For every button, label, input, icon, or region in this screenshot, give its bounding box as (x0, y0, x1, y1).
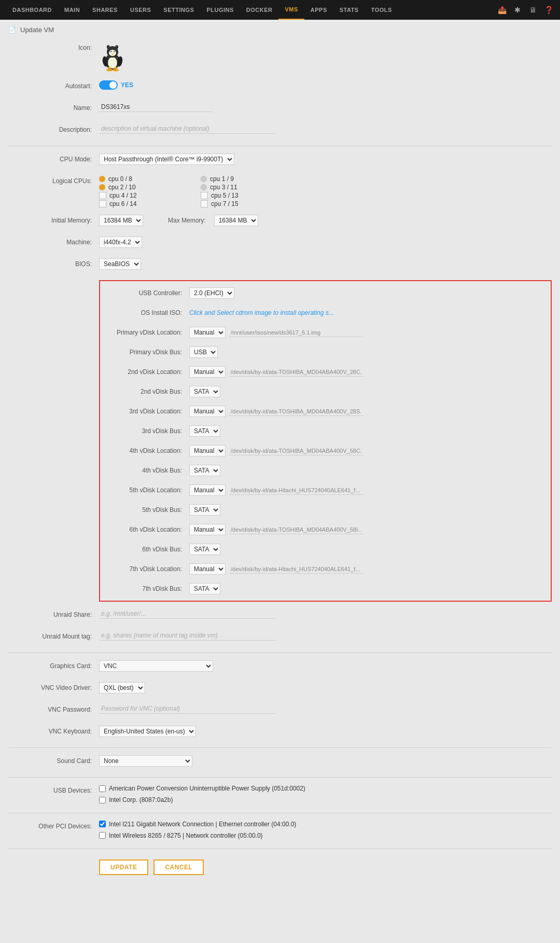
linux-tux-icon[interactable] (99, 42, 126, 73)
vdisk3-location-label: 3rd vDisk Location: (106, 408, 189, 415)
vdisk4-bus-select[interactable]: SATA (189, 465, 220, 476)
vdisk3-bus-select[interactable]: SATA (189, 425, 220, 437)
icon-label: Icon: (8, 42, 99, 51)
usb-controller-select[interactable]: 2.0 (EHCI) (189, 287, 234, 299)
unraid-share-input[interactable] (99, 609, 275, 619)
usb-device-0-checkbox[interactable] (99, 785, 106, 792)
svg-point-3 (109, 50, 116, 56)
vdisk5-path-input[interactable] (229, 486, 363, 495)
page-content: 📄 Update VM Icon: (0, 20, 560, 943)
autostart-toggle[interactable] (99, 80, 118, 90)
usb-devices-value: American Power Conversion Uninterruptibl… (99, 785, 552, 806)
vdisk7-bus-select[interactable]: SATA (189, 583, 220, 594)
vnc-password-row: VNC Password: (8, 704, 552, 718)
bios-select[interactable]: SeaBIOS (99, 258, 141, 270)
pci-device-1-checkbox[interactable] (99, 832, 106, 839)
description-input[interactable] (99, 124, 275, 134)
vdisk5-bus-select[interactable]: SATA (189, 504, 220, 516)
terminal-icon[interactable]: ✱ (512, 6, 523, 14)
monitor-icon[interactable]: 🖥 (528, 6, 538, 14)
vdisk2-path-input[interactable] (229, 368, 363, 377)
nav-users[interactable]: USERS (124, 0, 157, 20)
vdisk7-path-input[interactable] (229, 565, 363, 574)
cpu-label-0: cpu 0 / 8 (108, 175, 132, 183)
vdisk2-location-select[interactable]: Manual (189, 366, 226, 378)
cpu-dot-2[interactable] (99, 184, 105, 190)
usb-devices-row: USB Devices: American Power Conversion U… (8, 785, 552, 806)
nav-docker[interactable]: DOCKER (240, 0, 279, 20)
share-icon[interactable]: 📤 (497, 6, 507, 14)
cancel-button[interactable]: CANCEL (153, 859, 204, 875)
primary-vdisk-location-select[interactable]: Manual (189, 327, 226, 338)
cpu-dot-3[interactable] (201, 184, 207, 190)
unraid-mount-tag-input[interactable] (99, 631, 275, 641)
vdisk6-location-label: 6th vDisk Location: (106, 526, 189, 533)
nav-shares[interactable]: SHARES (86, 0, 124, 20)
nav-dashboard[interactable]: DASHBOARD (6, 0, 58, 20)
red-border-section: USB Controller: 2.0 (EHCI) OS Install IS… (99, 280, 552, 602)
vnc-keyboard-label: VNC Keyboard: (8, 726, 99, 735)
update-button[interactable]: UPDATE (99, 859, 148, 875)
vnc-video-driver-select[interactable]: QXL (best) (99, 682, 145, 694)
cpu-mode-select[interactable]: Host Passthrough (Intel® Core™ i9-9900T) (99, 154, 234, 165)
cpu-dot-1[interactable] (201, 176, 207, 182)
nav-apps[interactable]: APPS (304, 0, 333, 20)
nav-tools[interactable]: TOOLS (365, 0, 398, 20)
pci-device-1: Intel Wireless 8265 / 8275 | Network con… (99, 832, 263, 839)
vdisk3-path-input[interactable] (229, 407, 363, 416)
pci-device-0-checkbox[interactable] (99, 821, 106, 827)
nav-main[interactable]: MAIN (58, 0, 86, 20)
svg-point-9 (114, 51, 114, 52)
machine-select[interactable]: i440fx-4.2 (99, 237, 142, 248)
primary-vdisk-bus-select[interactable]: USB (189, 346, 218, 358)
cpu-dot-0[interactable] (99, 176, 105, 182)
help-icon[interactable]: ❓ (543, 6, 554, 14)
vnc-password-label: VNC Password: (8, 704, 99, 713)
vdisk6-location-select[interactable]: Manual (189, 524, 226, 535)
vdisk7-bus-value: SATA (189, 583, 544, 594)
graphics-card-select[interactable]: VNC (99, 660, 213, 672)
vdisk2-bus-select[interactable]: SATA (189, 386, 220, 397)
cpu-check-6[interactable] (99, 200, 106, 207)
vnc-password-input[interactable] (99, 704, 275, 714)
pci-devices-row: Other PCI Devices: Intel I211 Gigabit Ne… (8, 821, 552, 841)
vnc-video-driver-row: VNC Video Driver: QXL (best) (8, 682, 552, 697)
button-row: UPDATE CANCEL (99, 859, 552, 875)
cpu-check-4[interactable] (99, 192, 106, 199)
svg-rect-16 (115, 67, 117, 71)
nav-vms[interactable]: VMS (278, 0, 304, 20)
vdisk5-location-select[interactable]: Manual (189, 484, 226, 496)
os-iso-value: Click and Select cdrom image to install … (189, 309, 544, 316)
vdisk4-path-input[interactable] (229, 447, 363, 455)
sound-card-select[interactable]: None (99, 755, 192, 767)
autostart-toggle-wrap: YES (99, 80, 133, 90)
divider-2 (8, 653, 552, 653)
nav-plugins[interactable]: PLUGINS (200, 0, 240, 20)
cpu-check-7[interactable] (201, 200, 208, 207)
svg-point-7 (114, 51, 115, 52)
vdisk4-location-select[interactable]: Manual (189, 445, 226, 456)
vdisk6-bus-select[interactable]: SATA (189, 544, 220, 555)
sound-card-row: Sound Card: None (8, 755, 552, 770)
vdisk6-path-input[interactable] (229, 525, 363, 534)
primary-vdisk-bus-row: Primary vDisk Bus: USB (106, 345, 544, 359)
usb-device-1-checkbox[interactable] (99, 797, 106, 803)
nav-icon-group: 📤 ✱ 🖥 ❓ (497, 6, 554, 14)
memory-inner: 16384 MB Max Memory: 16384 MB (99, 215, 258, 226)
cpu-check-5[interactable] (201, 192, 208, 199)
initial-memory-select[interactable]: 16384 MB (99, 215, 143, 226)
nav-settings[interactable]: SETTINGS (157, 0, 200, 20)
vdisk3-location-select[interactable]: Manual (189, 406, 226, 417)
vdisk7-location-select[interactable]: Manual (189, 563, 226, 575)
unraid-share-value (99, 609, 552, 619)
vnc-keyboard-select[interactable]: English-United States (en-us) (99, 726, 196, 737)
name-input[interactable] (99, 102, 213, 112)
machine-label: Machine: (8, 237, 99, 246)
os-iso-link[interactable]: Click and Select cdrom image to install … (189, 309, 334, 316)
max-memory-select[interactable]: 16384 MB (214, 215, 258, 226)
vdisk3-location-value: Manual (189, 406, 544, 417)
primary-vdisk-path-input[interactable] (229, 328, 363, 337)
nav-stats[interactable]: STATS (333, 0, 365, 20)
pci-devices-value: Intel I211 Gigabit Network Connection | … (99, 821, 552, 841)
cpu-item-6: cpu 6 / 14 (99, 200, 192, 207)
